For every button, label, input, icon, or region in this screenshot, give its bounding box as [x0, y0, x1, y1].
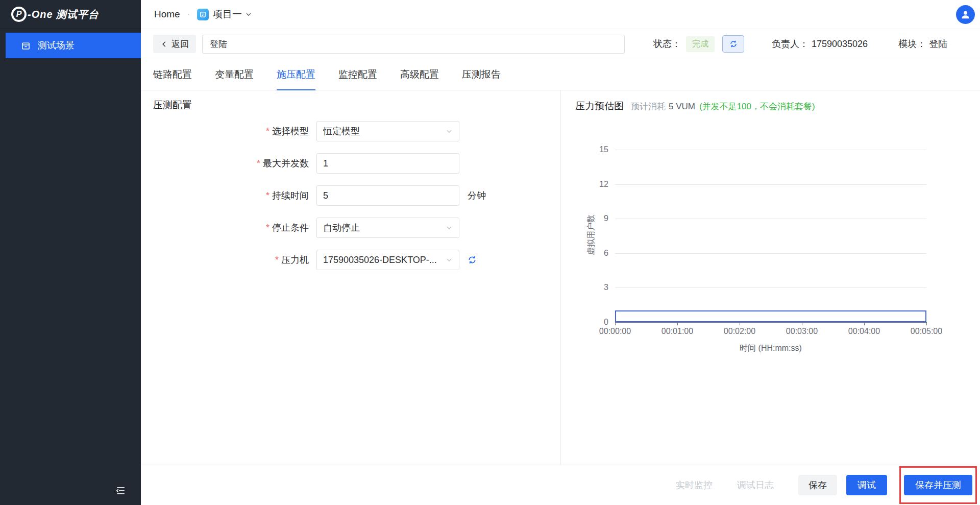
- chart-gridline: [615, 219, 926, 219]
- arrow-left-icon: [160, 40, 168, 48]
- logo-letter: P: [16, 10, 22, 19]
- chart-x-tickmark: [864, 322, 865, 325]
- chart-y-tick: 0: [604, 318, 608, 327]
- form-row-load-generator: *压力机 17590035026-DESKTOP-...: [141, 250, 477, 270]
- sidebar-item-test-scenario[interactable]: 测试场景: [6, 33, 141, 58]
- sidebar: P -One 测试平台 测试场景: [0, 0, 141, 505]
- save-and-test-button[interactable]: 保存并压测: [904, 475, 972, 495]
- stop-condition-select[interactable]: 自动停止: [316, 218, 459, 238]
- chevron-down-icon: [245, 11, 252, 18]
- chart-title: 压力预估图: [575, 100, 624, 113]
- scenario-toolbar: 返回 状态： 完成 负责人： 17590035026 模块： 登陆: [141, 29, 980, 59]
- chart-y-tick: 15: [599, 145, 608, 154]
- save-and-test-annotation: 保存并压测: [904, 475, 972, 495]
- required-mark: *: [275, 255, 279, 265]
- logo-text: -One 测试平台: [28, 8, 99, 21]
- debug-button[interactable]: 调试: [846, 475, 887, 495]
- chart-x-tick: 00:01:00: [662, 327, 693, 336]
- debug-log-link[interactable]: 调试日志: [737, 479, 774, 491]
- chart-x-tick: 00:03:00: [786, 327, 818, 336]
- save-button[interactable]: 保存: [798, 475, 837, 495]
- field-label: *压力机: [141, 250, 309, 270]
- logo-icon: P: [11, 7, 27, 22]
- required-mark: *: [266, 223, 270, 233]
- chart-x-tick: 00:04:00: [848, 327, 880, 336]
- chart-x-tickmark: [677, 322, 678, 325]
- refresh-icon: [729, 40, 738, 48]
- tab-test-report[interactable]: 压测报告: [462, 59, 501, 90]
- chart-x-tick: 00:00:00: [599, 327, 631, 336]
- tab-link-config[interactable]: 链路配置: [153, 59, 192, 90]
- chart-gridline: [615, 253, 926, 254]
- app-logo: P -One 测试平台: [0, 0, 141, 29]
- app: P -One 测试平台 测试场景 Home · 项: [0, 0, 980, 505]
- chart-y-tick: 9: [604, 214, 608, 223]
- chevron-down-icon: [446, 128, 453, 135]
- tab-monitor-config[interactable]: 监控配置: [338, 59, 377, 90]
- section-title: 压测配置: [153, 99, 192, 112]
- chart-y-tick: 6: [604, 249, 608, 258]
- module-group: 模块： 登陆: [898, 38, 947, 50]
- owner-label: 负责人：: [772, 38, 808, 50]
- chart-y-tick: 12: [599, 180, 608, 189]
- chart-y-tick: 3: [604, 283, 608, 292]
- duration-input[interactable]: [316, 185, 459, 206]
- module-value: 登陆: [929, 38, 947, 50]
- model-select[interactable]: 恒定模型: [316, 121, 459, 141]
- form-row-max-concurrency: *最大并发数: [141, 153, 459, 174]
- status-group: 状态： 完成: [653, 35, 744, 53]
- chart-header: 压力预估图 预计消耗 5 VUM (并发不足100，不会消耗套餐): [575, 100, 815, 113]
- project-name: 项目一: [213, 8, 242, 21]
- refresh-load-generator-button[interactable]: [468, 255, 477, 264]
- owner-group: 负责人： 17590035026: [772, 38, 868, 50]
- config-tabs: 链路配置 变量配置 施压配置 监控配置 高级配置 压测报告: [141, 59, 980, 90]
- field-label: *最大并发数: [141, 153, 309, 174]
- pressure-estimate-panel: 压力预估图 预计消耗 5 VUM (并发不足100，不会消耗套餐) 虚拟用户数 …: [560, 90, 980, 465]
- model-select-value: 恒定模型: [323, 125, 360, 137]
- duration-unit: 分钟: [468, 189, 486, 202]
- refresh-icon: [468, 255, 477, 264]
- chart-x-tick: 00:05:00: [911, 327, 942, 336]
- tab-variable-config[interactable]: 变量配置: [215, 59, 254, 90]
- main-content: 压测配置 *选择模型 恒定模型 *最大并发数 *持续时间 分钟 *停止条件 自动…: [141, 90, 980, 465]
- project-icon: [197, 9, 209, 20]
- max-concurrency-input[interactable]: [316, 153, 459, 174]
- chart-gridline: [615, 287, 926, 288]
- chart-gridline: [615, 150, 926, 150]
- project-selector[interactable]: 项目一: [197, 8, 252, 21]
- sidebar-collapse-icon[interactable]: [113, 484, 128, 498]
- chevron-down-icon: [446, 224, 453, 231]
- field-label: *持续时间: [141, 185, 309, 206]
- tab-pressure-config[interactable]: 施压配置: [277, 59, 315, 90]
- user-avatar[interactable]: [956, 5, 975, 24]
- chart-x-tickmark: [615, 322, 616, 325]
- form-row-duration: *持续时间 分钟: [141, 185, 486, 206]
- required-mark: *: [257, 158, 260, 169]
- chart-subtitle-prefix: 预计消耗: [631, 101, 666, 112]
- breadcrumb-home[interactable]: Home: [154, 9, 180, 20]
- load-generator-value: 17590035026-DESKTOP-...: [323, 255, 437, 266]
- scenario-name-input[interactable]: [202, 35, 625, 54]
- header: Home · 项目一: [141, 0, 980, 29]
- status-label: 状态：: [653, 38, 681, 50]
- chart-note: (并发不足100，不会消耗套餐): [699, 101, 815, 112]
- chevron-down-icon: [446, 256, 453, 263]
- chart-plot: 0369121500:00:0000:01:0000:02:0000:03:00…: [615, 150, 926, 323]
- field-label: *停止条件: [141, 218, 309, 238]
- refresh-status-button[interactable]: [722, 35, 744, 53]
- tab-advanced-config[interactable]: 高级配置: [400, 59, 439, 90]
- load-generator-select[interactable]: 17590035026-DESKTOP-...: [316, 250, 459, 270]
- chart-x-tickmark: [926, 322, 927, 325]
- chart-x-axis-label: 时间 (HH:mm:ss): [740, 343, 802, 354]
- chart-x-tickmark: [740, 322, 740, 325]
- back-button[interactable]: 返回: [153, 35, 196, 53]
- realtime-monitor-link[interactable]: 实时监控: [676, 479, 713, 491]
- chart-y-axis-label: 虚拟用户数: [586, 214, 597, 255]
- form-row-stop-condition: *停止条件 自动停止: [141, 218, 459, 238]
- form-row-model: *选择模型 恒定模型: [141, 121, 459, 141]
- owner-value: 17590035026: [812, 39, 868, 50]
- sidebar-item-label: 测试场景: [38, 39, 75, 52]
- chart-x-tick: 00:02:00: [724, 327, 755, 336]
- chart-subtitle-value: 5 VUM: [669, 102, 695, 112]
- chart-gridline: [615, 184, 926, 185]
